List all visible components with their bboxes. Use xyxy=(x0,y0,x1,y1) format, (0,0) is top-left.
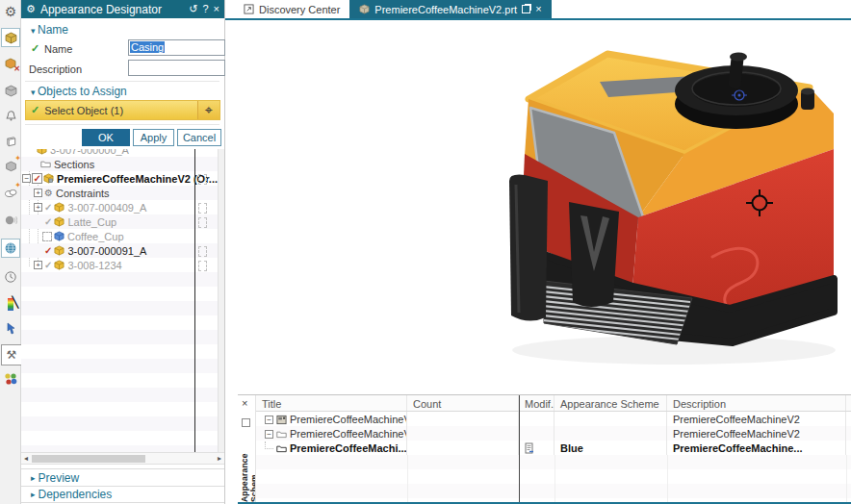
ok-button[interactable]: OK xyxy=(82,129,130,146)
collapse-expander[interactable] xyxy=(265,430,273,439)
cancel-button[interactable]: Cancel xyxy=(177,129,221,146)
scroll-left-arrow[interactable]: ◂ xyxy=(21,453,31,464)
name-input[interactable]: Casing xyxy=(128,39,225,56)
spark-part-icon[interactable]: ✦ xyxy=(1,156,20,175)
package-icon[interactable] xyxy=(1,131,20,150)
part-exclude-icon[interactable]: ✕ xyxy=(1,54,20,73)
column-header-description[interactable]: Description xyxy=(667,395,846,411)
coffee-machine-3d-model[interactable] xyxy=(486,40,840,379)
collapse-expander[interactable] xyxy=(22,174,31,183)
scrollbar-thumb[interactable] xyxy=(32,455,145,463)
tree-row-extra-cell xyxy=(198,203,207,214)
tree-horizontal-scrollbar[interactable]: ◂ ▸ xyxy=(21,452,224,465)
globe-icon[interactable] xyxy=(1,239,20,258)
tab-label: PremiereCoffeeMachineV2.prt xyxy=(374,4,517,15)
tree-row-component[interactable]: ✓ 3-007-000409_A xyxy=(21,200,218,214)
tree-item-label: Coffee_Cup xyxy=(67,231,124,242)
render-part-icon[interactable] xyxy=(1,81,20,100)
clock-history-icon[interactable] xyxy=(1,267,20,287)
notifications-bell-icon[interactable] xyxy=(1,106,20,125)
expand-expander[interactable] xyxy=(34,261,42,269)
name-label: Name xyxy=(44,43,72,55)
tab-label: Discovery Center xyxy=(259,4,340,15)
panel-side-strip: × Appearance Schem xyxy=(238,395,255,502)
tree-row-constraints[interactable]: ⚙ Constraints xyxy=(21,186,218,200)
spark-badge: ✦ xyxy=(14,181,21,189)
reset-icon[interactable]: ↺ xyxy=(189,4,197,14)
tab-discovery-center[interactable]: Discovery Center xyxy=(234,0,349,18)
restore-window-icon[interactable] xyxy=(522,5,530,13)
tree-row-component[interactable]: ✓ 3-007-000091_A xyxy=(21,243,218,258)
crosshair-picker-icon[interactable] xyxy=(197,101,219,119)
tab-premiere-coffee-machine[interactable]: PremiereCoffeeMachineV2.prt × xyxy=(349,0,551,18)
tab-close-icon[interactable]: × xyxy=(535,4,541,14)
colored-balls-icon[interactable] xyxy=(1,369,20,389)
row-description: PremiereCoffeeMachineV2 xyxy=(667,426,846,441)
spark-cloud-icon[interactable]: ✦ xyxy=(1,183,20,202)
select-valid-check-icon: ✓ xyxy=(26,104,39,116)
panel-close-icon[interactable]: × xyxy=(242,397,247,409)
column-header-modif[interactable]: Modif... xyxy=(519,395,554,411)
sphere-waves-icon[interactable] xyxy=(1,210,20,229)
tree-row-component[interactable]: ✓ 3-008-1234 xyxy=(21,258,218,272)
close-icon[interactable]: × xyxy=(214,4,219,14)
tree-item-label: 3-007-000409_A xyxy=(67,202,146,214)
tree-column-splitter[interactable] xyxy=(194,149,195,452)
color-picker-pen-icon[interactable]: ╲ xyxy=(1,294,20,314)
assigned-checkbox[interactable]: ✓ xyxy=(32,173,42,184)
table-row[interactable]: PremiereCoffeeMachineV2 PremiereCoffeeMa… xyxy=(256,426,851,441)
row-scheme xyxy=(554,426,667,441)
tree-item-label: 3-007-000000_A xyxy=(50,149,129,156)
part-cube-icon xyxy=(54,260,64,270)
tools-icon[interactable] xyxy=(1,344,22,365)
spark-badge: ✦ xyxy=(14,154,21,163)
name-section-header[interactable]: Name xyxy=(31,23,68,37)
tree-empty-rows xyxy=(21,272,218,452)
row-title: PremiereCoffeeMachineV2 xyxy=(290,428,407,440)
tree-row-component[interactable]: Coffee_Cup xyxy=(21,229,218,243)
excluded-dashed-box-icon[interactable] xyxy=(42,232,52,241)
collapse-expander[interactable] xyxy=(265,416,273,424)
description-input[interactable] xyxy=(128,60,225,76)
divider xyxy=(25,81,219,82)
constraints-icon: ⚙ xyxy=(44,188,53,198)
document-tab-bar: Discovery Center PremiereCoffeeMachineV2… xyxy=(225,0,851,20)
expand-expander[interactable] xyxy=(34,203,42,212)
scroll-right-arrow[interactable]: ▸ xyxy=(215,453,224,464)
tree-item-label: 3-008-1234 xyxy=(67,260,121,271)
objects-section-header[interactable]: Objects to Assign xyxy=(31,85,127,98)
panel-checkbox[interactable] xyxy=(242,418,250,427)
preview-section-header[interactable]: Preview xyxy=(21,468,224,486)
column-header-count[interactable]: Count xyxy=(407,395,519,411)
included-check-icon: ✓ xyxy=(44,216,52,227)
application-window: ✕ ✦ ✦ ╲ xyxy=(0,0,851,504)
tree-item-label: Sections xyxy=(54,159,94,170)
select-arrow-icon[interactable] xyxy=(1,319,20,339)
folder-icon xyxy=(40,159,51,169)
tree-row-component[interactable]: ✓ Latte_Cup xyxy=(21,214,218,229)
dependencies-section-header[interactable]: Dependencies xyxy=(21,486,224,503)
apply-button[interactable]: Apply xyxy=(133,129,174,146)
tree-row-sections[interactable]: Sections xyxy=(21,157,218,171)
appearance-part-icon[interactable] xyxy=(1,28,20,47)
lid-knob-top xyxy=(730,53,747,62)
discovery-window-icon xyxy=(244,4,254,14)
table-row-selected[interactable]: PremiereCoffeeMachi... Blue PremiereCoff… xyxy=(256,441,851,455)
tree-row-clipped[interactable]: 3-007-000000_A xyxy=(21,149,218,157)
select-object-collector[interactable]: ✓ Select Object (1) xyxy=(25,100,220,120)
tree-vertical-scrollbar[interactable] xyxy=(218,149,224,452)
column-header-appearance-scheme[interactable]: Appearance Scheme xyxy=(554,395,667,411)
table-column-splitter[interactable] xyxy=(519,395,520,502)
settings-gear-icon[interactable] xyxy=(1,2,20,21)
table-row[interactable]: PremiereCoffeeMachineV2 PremiereCoffeeMa… xyxy=(256,412,851,426)
tree-item-label: Latte_Cup xyxy=(67,216,116,228)
help-icon[interactable]: ? xyxy=(202,4,208,14)
gear-icon: ⚙ xyxy=(26,4,36,14)
tree-row-root-assembly[interactable]: ✓ PremiereCoffeeMachineV2 (Or... xyxy=(21,171,218,186)
column-header-title[interactable]: Title xyxy=(256,395,407,411)
expand-expander[interactable] xyxy=(34,189,42,197)
red-x-badge: ✕ xyxy=(13,64,20,73)
select-object-label: Select Object (1) xyxy=(39,105,197,116)
folder-icon xyxy=(276,429,287,440)
part-cube-icon xyxy=(54,216,64,227)
